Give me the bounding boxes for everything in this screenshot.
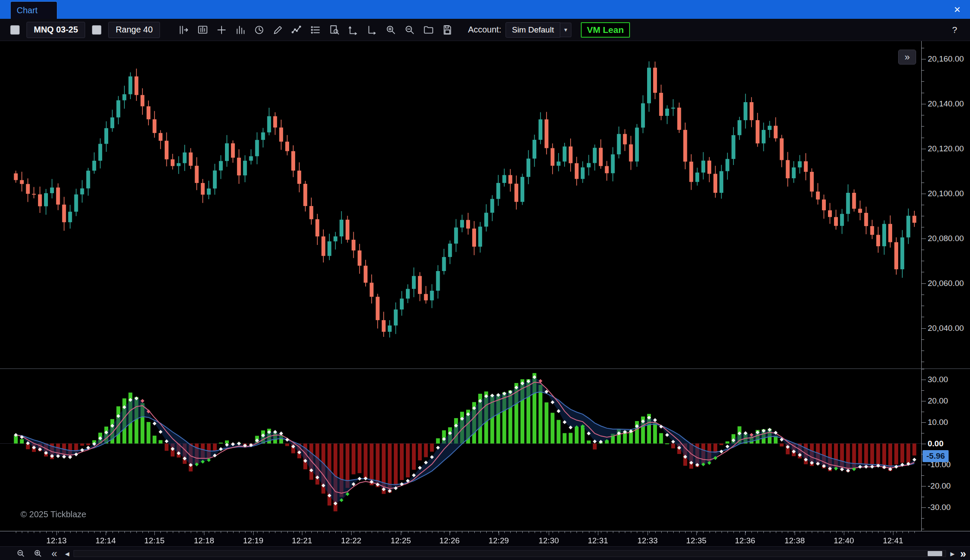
axis-minor-tick	[922, 518, 924, 519]
axis-minor-tick	[922, 250, 924, 250]
axis-major-tick	[922, 465, 926, 465]
axis-scale-right-icon[interactable]	[363, 22, 381, 38]
axis-label: 0.00	[928, 439, 943, 448]
axis-minor-tick	[922, 306, 924, 306]
period-button[interactable]: Range 40	[108, 22, 160, 38]
axis-minor-tick	[922, 390, 924, 391]
time-label: 12:38	[784, 536, 805, 545]
time-label: 12:14	[95, 536, 116, 545]
columns-link-icon[interactable]	[175, 22, 193, 38]
watermark: © 2025 Tickblaze	[21, 510, 86, 519]
chevron-down-icon[interactable]: ▼	[560, 23, 571, 37]
axis-label: 20,100.00	[928, 189, 964, 198]
axis-minor-tick	[922, 205, 924, 205]
axis-minor-tick	[922, 227, 924, 227]
axis-label: 30.00	[928, 375, 948, 384]
indicator-canvas[interactable]	[0, 369, 921, 531]
folder-icon[interactable]	[420, 22, 438, 38]
axis-major-tick	[922, 486, 926, 486]
zoom-in-icon[interactable]	[33, 548, 44, 559]
axis-label: 20,060.00	[928, 279, 964, 288]
scroll-right-arrow[interactable]: ▶	[947, 547, 958, 560]
axis-minor-tick	[922, 216, 924, 216]
axis-major-tick	[922, 507, 926, 508]
axis-minor-tick	[922, 115, 924, 115]
instrument-button[interactable]: MNQ 03-25	[27, 22, 85, 38]
time-label: 12:40	[834, 536, 854, 545]
tab-chart-label: Chart	[17, 6, 38, 15]
volume-bars-icon[interactable]	[231, 22, 249, 38]
save-icon[interactable]	[438, 22, 456, 38]
clock-icon[interactable]	[250, 22, 268, 38]
axis-label: 20,160.00	[928, 54, 964, 64]
close-icon[interactable]: ×	[950, 3, 964, 16]
axis-minor-tick	[922, 126, 924, 127]
time-label: 12:29	[488, 536, 509, 545]
chart-window: Chart × MNQ 03-25 Range 40 Account: Si	[0, 0, 970, 560]
axis-minor-tick	[922, 93, 924, 93]
crosshair-plus-icon[interactable]	[213, 22, 231, 38]
price-chart-canvas[interactable]	[0, 41, 921, 368]
jump-start-button[interactable]: «	[48, 547, 61, 560]
axis-minor-tick	[922, 81, 924, 82]
help-button[interactable]: ?	[952, 25, 957, 35]
time-label: 12:41	[883, 536, 903, 545]
axis-major-tick	[922, 328, 926, 329]
axis-scale-left-icon[interactable]	[344, 22, 362, 38]
axis-minor-tick	[922, 295, 924, 295]
time-label: 12:13	[46, 536, 67, 545]
scrollbar-thumb[interactable]	[928, 551, 942, 556]
list-icon[interactable]	[307, 22, 325, 38]
account-select[interactable]: Sim Default	[506, 22, 560, 38]
document-search-icon[interactable]	[325, 22, 343, 38]
indicator-axis[interactable]: 30.0020.0010.000.00-10.00-20.00-30.00-5.…	[921, 369, 970, 531]
axis-major-tick	[922, 194, 926, 194]
axis-label: 20,120.00	[928, 144, 964, 153]
panel-toggle-icon[interactable]	[10, 25, 20, 35]
axis-minor-tick	[922, 351, 924, 351]
zoom-out-icon[interactable]	[401, 22, 419, 38]
price-axis[interactable]: 20,160.0020,140.0020,120.0020,100.0020,0…	[921, 41, 970, 368]
axis-label: -20.00	[928, 481, 951, 491]
account-label: Account:	[468, 25, 501, 35]
axis-major-tick	[922, 444, 926, 444]
time-label: 12:26	[439, 536, 460, 545]
toolbar-icon-strip	[174, 22, 457, 38]
axis-minor-tick	[922, 317, 924, 317]
axis-minor-tick	[922, 272, 924, 272]
axis-minor-tick	[922, 183, 924, 183]
panel-toggle-2-icon[interactable]	[92, 25, 101, 35]
axis-label: 20,040.00	[928, 324, 964, 333]
indicator-pane	[0, 369, 921, 531]
jump-latest-button[interactable]: »	[957, 547, 969, 560]
pencil-icon[interactable]	[269, 22, 287, 38]
axis-major-tick	[922, 283, 926, 284]
scrollbar-track[interactable]	[74, 550, 946, 557]
axis-minor-tick	[922, 529, 924, 529]
axis-minor-tick	[922, 412, 924, 412]
time-label: 12:25	[390, 536, 411, 545]
axis-minor-tick	[922, 261, 924, 261]
bottom-scrollbar: « ◀ ▶ »	[0, 546, 970, 560]
time-label: 12:35	[686, 536, 707, 545]
strategy-button[interactable]: VM Lean	[581, 22, 630, 38]
zoom-out-icon[interactable]	[15, 548, 27, 559]
axis-minor-tick	[922, 160, 924, 160]
tab-chart[interactable]: Chart	[10, 1, 57, 19]
axis-minor-tick	[922, 433, 924, 433]
scroll-left-arrow[interactable]: ◀	[62, 547, 73, 560]
indicator-last-value-badge: -5.96	[923, 450, 949, 462]
axis-label: 20,140.00	[928, 99, 964, 109]
time-label: 12:33	[637, 536, 658, 545]
zoom-in-icon[interactable]	[382, 22, 400, 38]
zigzag-line-icon[interactable]	[288, 22, 306, 38]
chart-candles-icon[interactable]	[194, 22, 212, 38]
axis-minor-tick	[922, 48, 924, 48]
collapse-panel-button[interactable]: »	[898, 50, 916, 65]
axis-minor-tick	[922, 70, 924, 71]
time-label: 12:36	[735, 536, 755, 545]
time-axis[interactable]: 12:1312:1412:1512:1812:1912:2112:2212:25…	[0, 531, 970, 546]
axis-major-tick	[922, 380, 926, 380]
axis-minor-tick	[922, 475, 924, 476]
time-label: 12:22	[341, 536, 361, 545]
